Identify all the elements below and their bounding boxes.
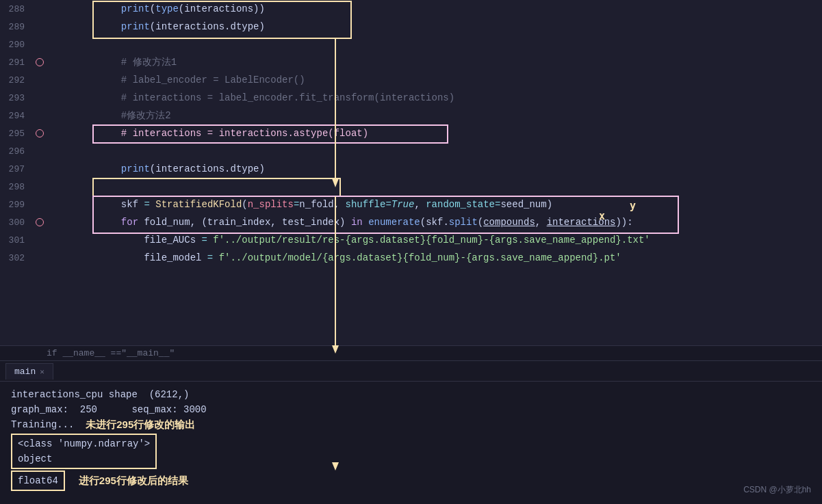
terminal-text-4: <class 'numpy.ndarray'> [18,436,150,451]
gutter-300 [33,218,47,226]
line-number: 296 [0,146,33,157]
if-name-label: if __name__ =="__main__" [47,348,175,358]
line-number: 293 [0,93,33,103]
terminal-line-6: float64 [18,473,58,488]
code-line-289: 289 print(interactions.dtype) [0,18,822,36]
gutter-295 [33,129,47,137]
line-number: 295 [0,129,33,139]
annotation-before-label: 未进行295行修改的输出 [86,417,195,432]
terminal-tab-label: main [14,367,36,377]
code-content-302: file_model = f'../output/model/{args.dat… [47,231,822,284]
line-number: 291 [0,57,33,68]
line-number: 300 [0,217,33,228]
line-number: 302 [0,253,33,263]
terminal-tab-bar: main ✕ [0,361,822,382]
line-number: 292 [0,75,33,85]
code-editor: 288 print(type(interactions)) 289 print(… [0,0,822,267]
terminal-line-1: interactions_cpu shape (6212,) [11,387,811,402]
line-number: 298 [0,182,33,192]
terminal-line-2: graph_max: 250 seq_max: 3000 [11,402,811,417]
line-number: 290 [0,40,33,50]
if-name-bar: if __name__ =="__main__" [0,345,822,360]
watermark: CSDN @小萝北hh [743,484,811,496]
line-number: 299 [0,200,33,210]
breakpoint-icon [36,58,44,66]
terminal-text-3: Training... [11,417,86,432]
breakpoint-icon [36,129,44,137]
line-number: 301 [0,235,33,246]
terminal-text-2: graph_max: 250 seq_max: 3000 [11,402,207,417]
code-line-297: 297 print(interactions.dtype) [0,160,822,178]
terminal-line-5: object [18,451,150,466]
terminal-line-4: <class 'numpy.ndarray'> [18,436,150,451]
terminal-text-5: object [18,451,52,466]
line-number: 289 [0,22,33,32]
code-line-295: 295 # interactions = interactions.astype… [0,124,822,142]
annotation-after-label: 进行295行修改后的结果 [79,473,188,488]
terminal-text-1: interactions_cpu shape (6212,) [11,387,189,402]
terminal-tab-main[interactable]: main ✕ [5,363,53,380]
terminal-content: interactions_cpu shape (6212,) graph_max… [0,382,822,496]
code-line-302: 302 file_model = f'../output/model/{args… [0,249,822,267]
terminal-area: main ✕ interactions_cpu shape (6212,) gr… [0,360,822,504]
breakpoint-icon [36,218,44,226]
line-number: 297 [0,164,33,174]
gutter-291 [33,58,47,66]
terminal-tab-close[interactable]: ✕ [40,367,44,376]
line-number: 294 [0,111,33,121]
terminal-line-3: Training... 未进行295行修改的输出 [11,417,811,432]
line-number: 288 [0,4,33,14]
terminal-text-6: float64 [18,473,58,488]
editor-area: 288 print(type(interactions)) 289 print(… [0,0,822,360]
